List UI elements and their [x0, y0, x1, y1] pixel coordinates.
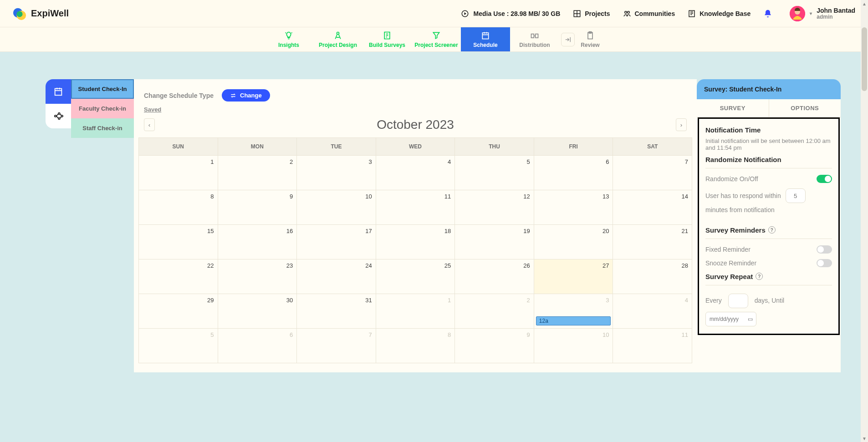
tab-review[interactable]: Review: [577, 27, 604, 51]
fixed-reminder-toggle[interactable]: [817, 245, 832, 254]
tab-build-surveys[interactable]: Build Surveys: [363, 27, 412, 51]
tab-distribution-label: Distribution: [519, 42, 550, 48]
cal-cell[interactable]: 26: [455, 259, 534, 294]
svg-point-5: [624, 11, 627, 13]
cal-cell[interactable]: 3: [297, 156, 376, 190]
nav-projects[interactable]: Projects: [573, 10, 610, 18]
cal-cell[interactable]: 31: [297, 294, 376, 329]
logo-icon: [13, 7, 26, 20]
tab-distribution[interactable]: Distribution: [510, 27, 559, 51]
workspace: Student Check-In Faculty Check-in Staff …: [0, 52, 868, 386]
cal-cell[interactable]: 6: [218, 329, 297, 363]
export-button[interactable]: [561, 33, 575, 46]
scrollbar[interactable]: ▲ ▼: [861, 0, 868, 386]
tab-screener-label: Project Screener: [414, 42, 458, 48]
cal-cell[interactable]: 21: [613, 225, 692, 259]
cal-cell[interactable]: 19: [455, 225, 534, 259]
cal-cell[interactable]: 18: [376, 225, 455, 259]
cal-cell[interactable]: 24: [297, 259, 376, 294]
survey-item-faculty[interactable]: Faculty Check-in: [71, 99, 134, 118]
change-button[interactable]: Change: [222, 89, 270, 102]
panel-body: Notification Time Initial notification w…: [698, 117, 840, 335]
cal-cell[interactable]: 9: [455, 329, 534, 363]
cal-cell[interactable]: 12: [455, 190, 534, 225]
cal-cell[interactable]: 9: [218, 190, 297, 225]
cal-cell-today[interactable]: 27: [534, 259, 613, 294]
help-icon[interactable]: ?: [768, 226, 776, 234]
cal-cell[interactable]: 2: [455, 294, 534, 329]
help-icon[interactable]: ?: [756, 273, 763, 280]
nav-communities[interactable]: Communities: [623, 10, 675, 18]
cal-next-button[interactable]: ›: [676, 118, 687, 131]
cal-day-number: 3: [606, 297, 609, 304]
tab-build-label: Build Surveys: [369, 42, 405, 48]
cal-cell[interactable]: 1: [376, 294, 455, 329]
respond-within-row: User has to respond within minutes from …: [705, 188, 832, 217]
tab-project-design[interactable]: Project Design: [313, 27, 363, 51]
scroll-up-icon[interactable]: ▲: [861, 0, 868, 7]
cal-cell[interactable]: 23: [218, 259, 297, 294]
cal-cell[interactable]: 25: [376, 259, 455, 294]
survey-item-student[interactable]: Student Check-In: [71, 79, 134, 99]
calendar-event[interactable]: 12a: [536, 316, 611, 325]
cal-cell[interactable]: 1: [139, 156, 218, 190]
cal-prev-button[interactable]: ‹: [144, 118, 155, 131]
survey-item-staff[interactable]: Staff Check-in: [71, 118, 134, 138]
repeat-days-input[interactable]: [728, 294, 748, 308]
cal-cell[interactable]: 3 12a: [534, 294, 613, 329]
cal-cell[interactable]: 17: [297, 225, 376, 259]
panel-tab-survey[interactable]: SURVEY: [697, 99, 769, 117]
survey-item-label: Student Check-In: [78, 86, 127, 92]
cal-cell[interactable]: 10: [534, 329, 613, 363]
notification-time-title: Notification Time: [705, 126, 832, 134]
rail-calendar-button[interactable]: [46, 79, 71, 104]
bell-icon[interactable]: [763, 9, 772, 18]
cal-cell[interactable]: 22: [139, 259, 218, 294]
cal-cell[interactable]: 11: [376, 190, 455, 225]
cal-cell[interactable]: 5: [455, 156, 534, 190]
cal-cell[interactable]: 29: [139, 294, 218, 329]
cal-cell[interactable]: 8: [139, 190, 218, 225]
tab-project-screener[interactable]: Project Screener: [412, 27, 461, 51]
tab-insights[interactable]: Insights: [264, 27, 313, 51]
fixed-reminder-label: Fixed Reminder: [705, 246, 751, 253]
cal-cell[interactable]: 7: [613, 156, 692, 190]
svg-rect-17: [55, 89, 62, 96]
cal-cell[interactable]: 20: [534, 225, 613, 259]
communities-icon: [623, 10, 631, 18]
snooze-reminder-toggle[interactable]: [817, 259, 832, 267]
brand-logo[interactable]: ExpiWell: [13, 7, 69, 20]
tab-schedule[interactable]: Schedule: [461, 27, 510, 51]
calendar-small-icon: ▭: [748, 313, 753, 325]
cal-cell[interactable]: 10: [297, 190, 376, 225]
user-menu[interactable]: ▾ John Bantad admin: [790, 6, 855, 21]
cal-cell[interactable]: 15: [139, 225, 218, 259]
svg-point-10: [337, 32, 339, 34]
grid-icon: [573, 10, 581, 18]
cal-cell[interactable]: 8: [376, 329, 455, 363]
rail-graph-button[interactable]: [46, 104, 71, 128]
cal-cell[interactable]: 7: [297, 329, 376, 363]
cal-cell[interactable]: 28: [613, 259, 692, 294]
day-header: WED: [376, 138, 455, 156]
cal-cell[interactable]: 14: [613, 190, 692, 225]
cal-cell[interactable]: 6: [534, 156, 613, 190]
cal-cell[interactable]: 4: [376, 156, 455, 190]
cal-cell[interactable]: 11: [613, 329, 692, 363]
change-schedule-label: Change Schedule Type: [144, 92, 214, 99]
cal-cell[interactable]: 16: [218, 225, 297, 259]
respond-minutes-input[interactable]: [786, 188, 806, 203]
cal-cell[interactable]: 5: [139, 329, 218, 363]
book-icon: [688, 10, 696, 18]
chevron-down-icon: ▾: [810, 11, 812, 16]
nav-knowledge[interactable]: Knowledge Base: [688, 10, 751, 18]
scroll-thumb[interactable]: [862, 27, 867, 91]
panel-tab-options[interactable]: OPTIONS: [769, 99, 841, 117]
cal-cell[interactable]: 2: [218, 156, 297, 190]
calendar-panel: Change Schedule Type Change Saved ‹ Octo…: [134, 79, 697, 372]
cal-cell[interactable]: 30: [218, 294, 297, 329]
cal-cell[interactable]: 13: [534, 190, 613, 225]
survey-item-label: Staff Check-in: [82, 125, 122, 132]
cal-cell[interactable]: 4: [613, 294, 692, 329]
randomize-toggle[interactable]: [817, 175, 832, 183]
